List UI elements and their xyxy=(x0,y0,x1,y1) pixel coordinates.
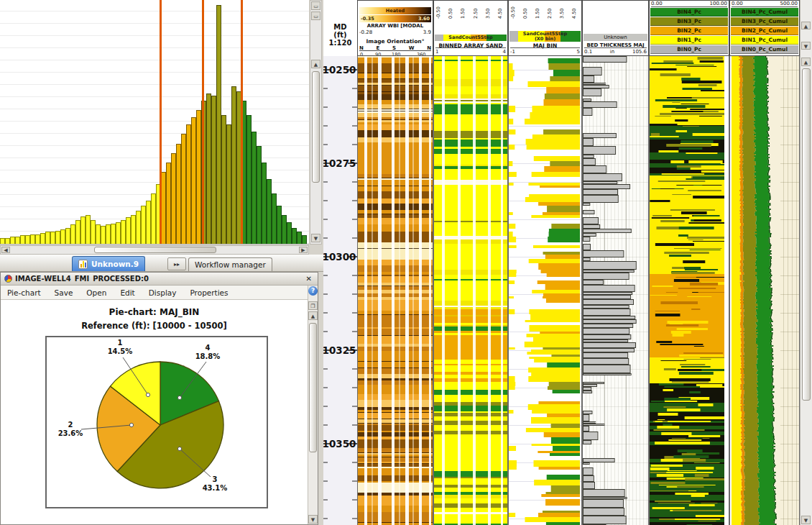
hscroll-thumb[interactable] xyxy=(94,247,216,253)
depth-track-header: MD (ft) 1:120 xyxy=(323,0,357,56)
track-header-bed-thickness[interactable]: Unknown BED THICKNESS MAJ 0.1in105.6 xyxy=(582,0,649,56)
histogram-bar xyxy=(116,222,121,244)
menu-pie-chart[interactable]: Pie-chart xyxy=(7,288,41,297)
close-icon[interactable]: ✕ xyxy=(304,275,314,283)
bin-cutoff-line[interactable] xyxy=(202,0,204,244)
histogram-bar xyxy=(126,217,131,244)
menu-display[interactable]: Display xyxy=(149,288,177,297)
restore-window-icon[interactable]: ❐ xyxy=(308,301,318,310)
header-scroll-down-icon[interactable]: ▼ xyxy=(801,42,811,50)
vscroll-thumb[interactable] xyxy=(312,71,320,183)
bin1-cumul-row: BIN1_Pc_Cumul xyxy=(731,36,798,45)
bin-cutoff-line[interactable] xyxy=(241,0,243,244)
sandcount-colorband: SandCount5Step (X0 bin) xyxy=(509,31,581,42)
pie-chart-window: IMAGE-WELL4_FMI_PROCESSED:0 ✕ Pie-chart … xyxy=(0,272,318,525)
bin0-pc-row: BIN0_Pc xyxy=(650,45,728,54)
pie-slice-label-4: 418.8% xyxy=(185,344,231,361)
histogram-bar xyxy=(86,215,91,244)
histogram-bar xyxy=(282,215,287,244)
histogram-bar xyxy=(221,115,226,244)
menu-open[interactable]: Open xyxy=(86,288,106,297)
pie-window-titlebar[interactable]: IMAGE-WELL4_FMI_PROCESSED:0 ✕ xyxy=(1,273,318,286)
histogram-bar xyxy=(216,5,221,244)
histogram-bar xyxy=(80,216,86,244)
bin1-pc-row: BIN1_Pc xyxy=(650,36,728,45)
track-header-bin-pc[interactable]: 0.00100.00 BIN4_Pc BIN3_Pc BIN2_Pc BIN1_… xyxy=(649,0,729,56)
pie-slice-label-3: 343.1% xyxy=(192,475,238,493)
unknown-band: Unknown xyxy=(583,34,647,41)
track-scale: -15 xyxy=(510,47,580,55)
track-body-bin-pc[interactable] xyxy=(649,56,729,525)
pie-slice-label-2: 223.6% xyxy=(50,421,91,438)
histogram-bar xyxy=(302,235,307,244)
tab-unknown9[interactable]: Unknown.9 xyxy=(72,256,145,271)
track-header-bin-pc-cumul[interactable]: 0.00500.00 BIN4_Pc_Cumul BIN3_Pc_Cumul B… xyxy=(729,0,800,56)
bin-cutoff-line[interactable] xyxy=(160,0,162,244)
histogram-bar xyxy=(40,233,45,244)
scroll-up-icon[interactable]: ▲ xyxy=(801,58,811,66)
scroll-up-icon[interactable]: ▲ xyxy=(308,311,318,320)
track-body-maj-bin[interactable] xyxy=(508,56,582,525)
track-body-binned-array-sand[interactable] xyxy=(433,56,508,525)
menu-edit[interactable]: Edit xyxy=(120,288,134,297)
histogram-bar xyxy=(252,132,257,244)
track-name: Image Orientation° xyxy=(358,38,433,45)
histogram-bar xyxy=(30,234,35,244)
histogram-bar xyxy=(50,232,55,244)
tab-scroll-button[interactable]: ▸▸ xyxy=(167,257,186,270)
histogram-vertical-scrollbar[interactable]: ▭ ▭ ▲ ▼ xyxy=(310,0,322,245)
histogram-bar xyxy=(141,206,146,244)
log-view-scrollbar[interactable]: ▲ ▼ ▲ ▼ xyxy=(800,0,812,525)
scroll-down-icon[interactable]: ▼ xyxy=(311,234,320,242)
track-body-bin-pc-cumul[interactable] xyxy=(729,56,800,525)
histogram-bar xyxy=(267,179,272,244)
tab-bar: Unknown.9 ▸▸ Workflow manager xyxy=(0,255,323,272)
tab-workflow-manager[interactable]: Workflow manager xyxy=(188,257,272,271)
track-header-binned-array-sand[interactable]: -0.500.501.502.503.504.50 SandCount5Step… xyxy=(433,0,508,56)
header-scroll-up-icon[interactable]: ▲ xyxy=(801,22,811,29)
scroll-up-icon[interactable]: ▲ xyxy=(311,60,320,68)
pie-window-menubar: Pie-chart Save Open Edit Display Propert… xyxy=(1,286,308,300)
histogram-bar xyxy=(60,229,65,244)
menu-properties[interactable]: Properties xyxy=(190,288,228,297)
scroll-down-icon[interactable]: ▼ xyxy=(801,516,811,524)
pie-window-content: Pie-chart: MAJ_BIN Reference (ft): [1000… xyxy=(1,300,308,524)
histogram-bar xyxy=(65,228,70,244)
track-body-bed-thickness[interactable] xyxy=(582,56,649,525)
histogram-bar xyxy=(272,193,277,244)
histogram-bar xyxy=(136,211,141,244)
track-header-image-orientation[interactable]: Heated -0.35 3.60 ARRAY WBI [MODAL -0.28… xyxy=(357,0,433,56)
pie-chart-subtitle: Reference (ft): [10000 - 10500] xyxy=(1,321,308,331)
pie-vscroll-thumb[interactable] xyxy=(309,323,317,452)
help-icon[interactable]: ? xyxy=(308,286,318,296)
compass-degrees: 0 90 180 360 xyxy=(359,50,431,56)
histogram-bar xyxy=(131,215,136,244)
pie-chart-area[interactable]: 114.5% 418.8% 223.6% 343.1% xyxy=(45,336,268,508)
heated-colorbar: Heated xyxy=(359,7,431,14)
track-scale: 0.00500.00 xyxy=(732,1,798,7)
scroll-left-icon[interactable]: ◀ xyxy=(1,247,10,253)
pane-split-button-2[interactable]: ▭ xyxy=(311,12,320,20)
histogram-bar xyxy=(45,232,50,244)
histogram-bar xyxy=(176,144,181,244)
histogram-bar xyxy=(292,228,297,244)
histogram-bar xyxy=(55,231,60,244)
scroll-down-icon[interactable]: ▼ xyxy=(308,515,318,524)
histogram-bar xyxy=(181,134,186,244)
track-header-maj-bin[interactable]: -0.500.501.502.503.504.50 SandCount5Step… xyxy=(508,0,582,56)
pie-label-marker xyxy=(129,423,133,426)
track-body-image-orientation[interactable] xyxy=(357,56,433,525)
pie-window-scrollbar[interactable]: ❐ ▲ ▼ xyxy=(308,286,318,524)
scroll-right-icon[interactable]: ▶ xyxy=(299,247,308,253)
menu-save[interactable]: Save xyxy=(55,288,73,297)
log-view-panel: MD (ft) 1:120 Heated -0.35 3.60 ARRAY WB… xyxy=(323,0,812,525)
sand-ticks: -0.500.501.502.503.504.50 xyxy=(434,10,507,34)
histogram-bar xyxy=(262,163,267,244)
depth-ruler: 1025010275103001032510350 xyxy=(323,56,357,525)
histogram-plot[interactable] xyxy=(0,0,309,245)
histogram-bar xyxy=(10,237,15,244)
main-vscroll-thumb[interactable] xyxy=(802,68,811,401)
histogram-horizontal-scrollbar[interactable]: ◀ ▶ xyxy=(0,245,309,255)
bin3-cumul-row: BIN3_Pc_Cumul xyxy=(731,17,798,26)
pane-split-button[interactable]: ▭ xyxy=(311,1,320,10)
